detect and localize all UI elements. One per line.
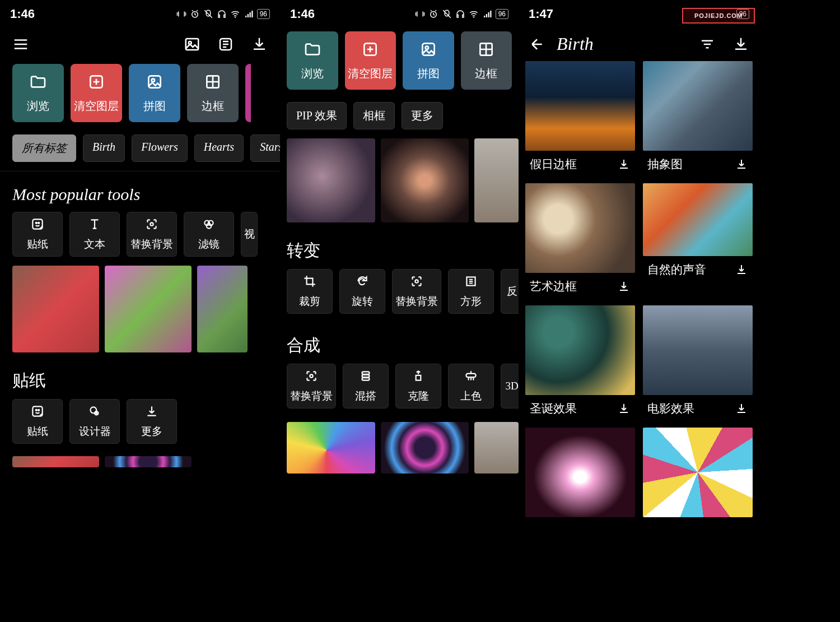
- category-label: 清空图层: [74, 99, 119, 114]
- chip-birth[interactable]: Birth: [83, 134, 125, 162]
- category-browse[interactable]: 浏览: [287, 31, 338, 90]
- chip-more[interactable]: 更多: [402, 102, 443, 129]
- sample-image[interactable]: [12, 266, 99, 352]
- grid-label: 艺术边框: [530, 278, 577, 294]
- tool-label: 克隆: [408, 389, 429, 403]
- sample-image[interactable]: [381, 138, 469, 222]
- download-icon[interactable]: [617, 157, 631, 171]
- download-icon[interactable]: [735, 402, 748, 415]
- clock: 1:47: [529, 7, 553, 21]
- grid-thumbnail: [525, 428, 635, 517]
- clock: 1:46: [10, 7, 35, 21]
- headphone-icon: [217, 9, 227, 19]
- menu-button[interactable]: [12, 36, 29, 53]
- tool-sticker[interactable]: 贴纸: [12, 212, 63, 257]
- category-frame[interactable]: 边框: [187, 64, 239, 122]
- tool-label: 替换背景: [130, 237, 173, 252]
- grid-item-pattern[interactable]: [643, 428, 753, 517]
- tool-sticker2[interactable]: 贴纸: [12, 399, 63, 444]
- grid-thumbnail: [525, 183, 635, 273]
- grid-item-heart[interactable]: [525, 428, 635, 517]
- category-label: 浏览: [301, 66, 324, 81]
- tool-clone[interactable]: 克隆: [395, 364, 441, 409]
- tool-replace-bg[interactable]: 替换背景: [392, 269, 441, 314]
- download-icon[interactable]: [617, 280, 631, 293]
- headphone-icon: [455, 9, 465, 19]
- tool-crop[interactable]: 裁剪: [287, 269, 333, 314]
- tool-colorize[interactable]: 上色: [448, 364, 494, 409]
- category-browse[interactable]: 浏览: [12, 64, 64, 122]
- chip-hearts[interactable]: Hearts: [194, 134, 244, 162]
- tool-replace-bg2[interactable]: 替换背景: [287, 364, 336, 409]
- download-icon[interactable]: [735, 157, 748, 171]
- grid-item-abstract[interactable]: 抽象图: [643, 61, 753, 175]
- category-label: 边框: [202, 99, 224, 114]
- category-clear-layers[interactable]: 清空图层: [345, 31, 396, 90]
- download-icon[interactable]: [735, 263, 748, 276]
- tool-designer[interactable]: 设计器: [69, 399, 120, 444]
- sample-image[interactable]: [105, 266, 192, 352]
- category-collage[interactable]: 拼图: [129, 64, 180, 122]
- tool-label: 贴纸: [27, 424, 48, 439]
- download-button[interactable]: [251, 36, 268, 53]
- category-more-sliver[interactable]: [245, 64, 251, 122]
- tool-text[interactable]: 文本: [69, 212, 120, 257]
- grid-label: 电影效果: [647, 401, 694, 416]
- grid-item-art-frame[interactable]: 艺术边框: [525, 183, 635, 298]
- filter-button[interactable]: [699, 36, 716, 53]
- grid-thumbnail: [525, 305, 635, 395]
- alarm-icon: [190, 9, 200, 19]
- tool-mix[interactable]: 混搭: [343, 364, 389, 409]
- sample-image[interactable]: [474, 138, 519, 222]
- category-collage[interactable]: 拼图: [403, 31, 454, 90]
- grid-thumbnail: [525, 61, 635, 151]
- svg-point-10: [36, 222, 37, 224]
- sample-image[interactable]: [12, 456, 99, 467]
- app-bar: [0, 26, 280, 58]
- sample-image[interactable]: [474, 422, 519, 474]
- tool-label: 替换背景: [395, 294, 438, 309]
- sample-image[interactable]: [197, 266, 248, 352]
- status-icons: 96: [176, 9, 270, 19]
- layers-button[interactable]: [217, 36, 234, 53]
- tool-row-stickers: 贴纸 设计器 更多: [0, 399, 280, 453]
- grid-item-holiday-frame[interactable]: 假日边框: [525, 61, 635, 175]
- tool-3d[interactable]: 3D: [501, 364, 519, 409]
- tool-video[interactable]: 视: [241, 212, 258, 257]
- category-label: 拼图: [143, 99, 166, 114]
- wifi-icon: [469, 9, 479, 19]
- svg-rect-31: [362, 375, 370, 377]
- category-row: 浏览 清空图层 拼图 边框: [0, 58, 280, 130]
- chip-all-tags[interactable]: 所有标签: [12, 134, 76, 162]
- svg-point-17: [36, 410, 37, 411]
- sample-image[interactable]: [287, 422, 375, 474]
- status-bar: 1:46 96: [0, 0, 280, 26]
- tool-filter[interactable]: 滤镜: [184, 212, 234, 257]
- chip-pip[interactable]: PIP 效果: [287, 102, 347, 129]
- download-button[interactable]: [732, 36, 749, 53]
- tool-square[interactable]: 方形: [448, 269, 494, 314]
- svg-point-12: [150, 222, 153, 225]
- chip-frame[interactable]: 相框: [353, 102, 395, 129]
- chip-flowers[interactable]: Flowers: [132, 134, 188, 162]
- grid-item-nature-sound[interactable]: 自然的声音: [643, 183, 753, 298]
- sample-image[interactable]: [381, 422, 469, 474]
- tool-more[interactable]: 更多: [127, 399, 177, 444]
- status-icons: 96: [415, 9, 508, 19]
- sample-image[interactable]: [105, 456, 192, 467]
- section-transform: 转变: [280, 228, 519, 269]
- tool-flip[interactable]: 反: [501, 269, 519, 314]
- category-clear-layers[interactable]: 清空图层: [71, 64, 122, 122]
- category-label: 拼图: [417, 66, 440, 81]
- chip-stars[interactable]: Stars: [250, 134, 280, 162]
- download-icon[interactable]: [617, 402, 631, 415]
- back-button[interactable]: [529, 36, 545, 53]
- grid-item-xmas[interactable]: 圣诞效果: [525, 305, 635, 420]
- grid-item-movie[interactable]: 电影效果: [643, 305, 753, 420]
- tool-replace-bg[interactable]: 替换背景: [127, 212, 177, 257]
- sample-image[interactable]: [287, 138, 375, 222]
- image-button[interactable]: [184, 36, 200, 53]
- category-frame[interactable]: 边框: [461, 31, 512, 90]
- tool-rotate[interactable]: 旋转: [339, 269, 385, 314]
- svg-rect-32: [362, 378, 370, 380]
